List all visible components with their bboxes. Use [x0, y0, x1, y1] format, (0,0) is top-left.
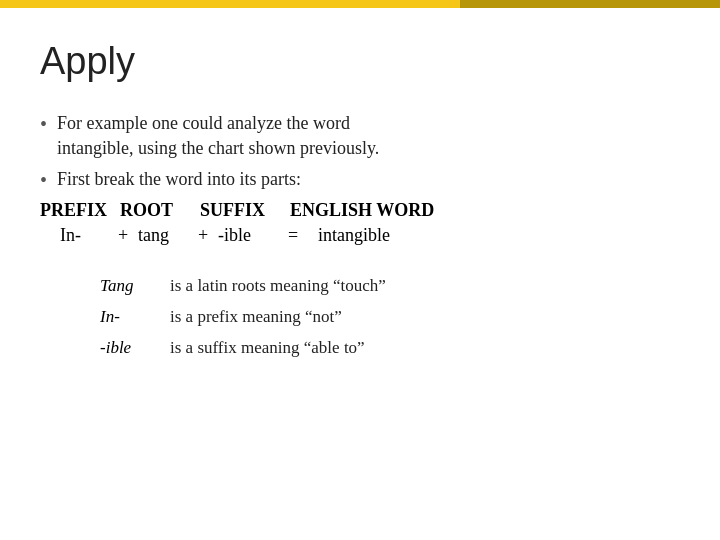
eq-plus1: + — [118, 225, 138, 246]
def-desc-tang: is a latin roots meaning “touch” — [170, 274, 386, 299]
col-prefix-header: PREFIX — [40, 200, 120, 221]
col-suffix-header: SUFFIX — [200, 200, 290, 221]
col-english-header: ENGLISH WORD — [290, 200, 470, 221]
definition-row-in: In- is a prefix meaning “not” — [100, 305, 680, 330]
bullet-item-2: • First break the word into its parts: — [40, 167, 680, 194]
bullet-dot-1: • — [40, 111, 47, 138]
col-root-header: ROOT — [120, 200, 200, 221]
bullet-text-1: For example one could analyze the word i… — [57, 111, 379, 161]
definitions-section: Tang is a latin roots meaning “touch” In… — [100, 274, 680, 360]
eq-result: intangible — [318, 225, 390, 246]
page-title: Apply — [40, 40, 680, 83]
top-yellow-bar — [0, 0, 460, 8]
eq-prefix: In- — [60, 225, 118, 246]
definition-row-tang: Tang is a latin roots meaning “touch” — [100, 274, 680, 299]
def-term-ible: -ible — [100, 336, 170, 361]
def-desc-in: is a prefix meaning “not” — [170, 305, 342, 330]
word-parts-equation: In- + tang + -ible = intangible — [60, 225, 680, 246]
eq-plus2: + — [198, 225, 218, 246]
eq-root: tang — [138, 225, 198, 246]
page-content: Apply • For example one could analyze th… — [40, 40, 680, 520]
def-term-tang: Tang — [100, 274, 170, 299]
def-desc-ible: is a suffix meaning “able to” — [170, 336, 365, 361]
bullet-text-2: First break the word into its parts: — [57, 167, 301, 192]
bullet-dot-2: • — [40, 167, 47, 194]
bullet-item-1: • For example one could analyze the word… — [40, 111, 680, 161]
def-term-in: In- — [100, 305, 170, 330]
eq-suffix: -ible — [218, 225, 288, 246]
top-gold-bar — [460, 0, 720, 8]
definition-row-ible: -ible is a suffix meaning “able to” — [100, 336, 680, 361]
word-parts-header: PREFIX ROOT SUFFIX ENGLISH WORD — [40, 200, 680, 221]
eq-equals: = — [288, 225, 318, 246]
bullet-section: • For example one could analyze the word… — [40, 111, 680, 246]
